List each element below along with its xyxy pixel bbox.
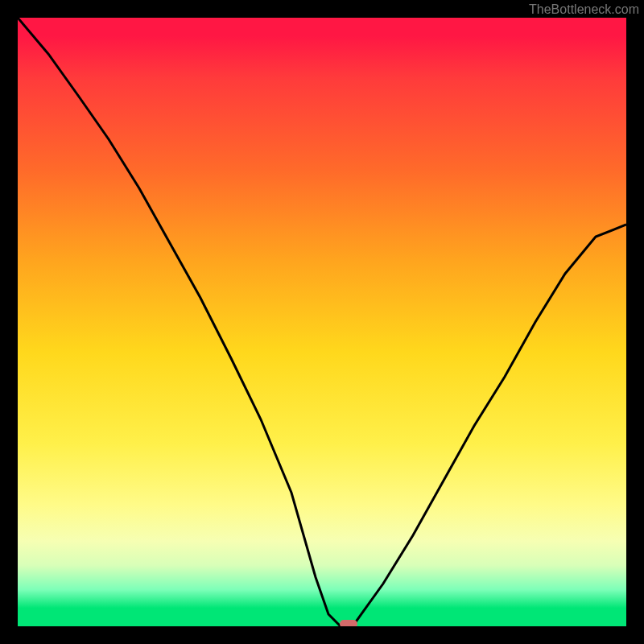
minimum-marker — [340, 620, 357, 626]
watermark-text: TheBottleneck.com — [529, 3, 639, 16]
bottleneck-curve-line — [18, 18, 626, 626]
chart-frame: TheBottleneck.com — [0, 0, 644, 644]
chart-svg — [18, 18, 626, 626]
